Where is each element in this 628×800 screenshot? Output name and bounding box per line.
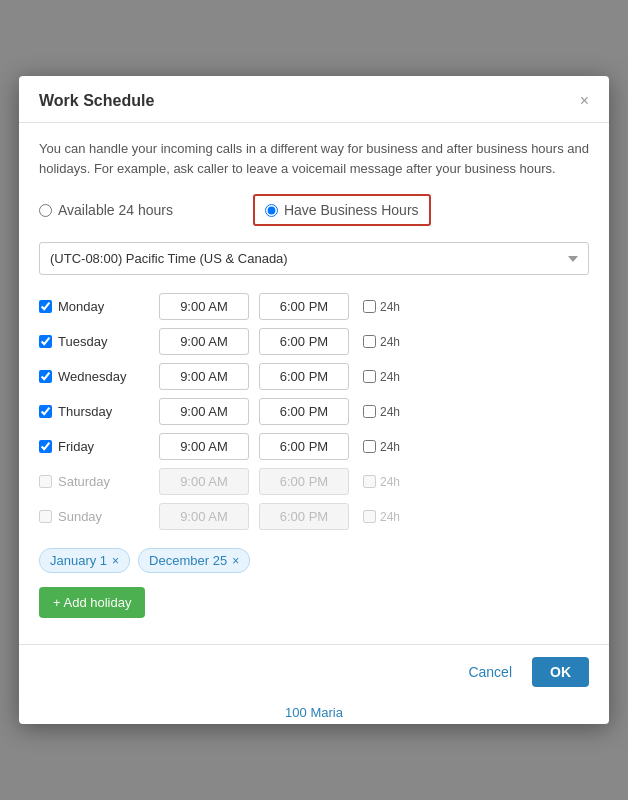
day-name-wednesday: Wednesday (58, 369, 126, 384)
modal-body: You can handle your incoming calls in a … (19, 123, 609, 644)
day-row: Friday 24h (39, 433, 589, 460)
holiday-label: January 1 (50, 553, 107, 568)
24h-checkbox-tuesday[interactable] (363, 335, 376, 348)
modal-header: Work Schedule × (19, 76, 609, 123)
radio-available-24h-input[interactable] (39, 204, 52, 217)
end-time-monday[interactable] (259, 293, 349, 320)
day-row: Thursday 24h (39, 398, 589, 425)
24h-label-saturday: 24h (363, 475, 400, 489)
start-time-wednesday[interactable] (159, 363, 249, 390)
24h-text: 24h (380, 300, 400, 314)
day-label-wednesday[interactable]: Wednesday (39, 369, 149, 384)
day-checkbox-saturday (39, 475, 52, 488)
cancel-button[interactable]: Cancel (458, 658, 522, 686)
start-time-monday[interactable] (159, 293, 249, 320)
modal-overlay: Work Schedule × You can handle your inco… (0, 0, 628, 800)
day-checkbox-wednesday[interactable] (39, 370, 52, 383)
radio-business-hours[interactable]: Have Business Hours (253, 194, 431, 226)
holiday-tag: December 25 × (138, 548, 250, 573)
timezone-select[interactable]: (UTC-08:00) Pacific Time (US & Canada) (39, 242, 589, 275)
start-time-friday[interactable] (159, 433, 249, 460)
day-name-tuesday: Tuesday (58, 334, 107, 349)
day-label-thursday[interactable]: Thursday (39, 404, 149, 419)
work-schedule-modal: Work Schedule × You can handle your inco… (19, 76, 609, 724)
radio-available-24h-label: Available 24 hours (58, 202, 173, 218)
24h-text: 24h (380, 510, 400, 524)
radio-available-24h[interactable]: Available 24 hours (39, 202, 173, 218)
close-button[interactable]: × (580, 93, 589, 109)
24h-label-friday[interactable]: 24h (363, 440, 400, 454)
24h-checkbox-sunday (363, 510, 376, 523)
radio-business-hours-label: Have Business Hours (284, 202, 419, 218)
24h-checkbox-thursday[interactable] (363, 405, 376, 418)
day-name-sunday: Sunday (58, 509, 102, 524)
radio-row: Available 24 hours Have Business Hours (39, 194, 589, 226)
day-checkbox-tuesday[interactable] (39, 335, 52, 348)
24h-text: 24h (380, 475, 400, 489)
day-row: Wednesday 24h (39, 363, 589, 390)
day-label-friday[interactable]: Friday (39, 439, 149, 454)
24h-text: 24h (380, 440, 400, 454)
day-label-sunday: Sunday (39, 509, 149, 524)
24h-label-tuesday[interactable]: 24h (363, 335, 400, 349)
24h-text: 24h (380, 335, 400, 349)
modal-footer: Cancel OK (19, 644, 609, 699)
holiday-remove-button[interactable]: × (112, 555, 119, 567)
day-name-saturday: Saturday (58, 474, 110, 489)
end-time-friday[interactable] (259, 433, 349, 460)
day-row: Tuesday 24h (39, 328, 589, 355)
description-text: You can handle your incoming calls in a … (39, 139, 589, 178)
24h-label-sunday: 24h (363, 510, 400, 524)
end-time-sunday (259, 503, 349, 530)
start-time-sunday (159, 503, 249, 530)
24h-label-thursday[interactable]: 24h (363, 405, 400, 419)
day-label-monday[interactable]: Monday (39, 299, 149, 314)
ok-button[interactable]: OK (532, 657, 589, 687)
start-time-tuesday[interactable] (159, 328, 249, 355)
day-checkbox-monday[interactable] (39, 300, 52, 313)
bottom-hint: 100 Maria (19, 699, 609, 724)
24h-text: 24h (380, 405, 400, 419)
24h-checkbox-monday[interactable] (363, 300, 376, 313)
end-time-saturday (259, 468, 349, 495)
day-row: Sunday 24h (39, 503, 589, 530)
add-holiday-button[interactable]: + Add holiday (39, 587, 145, 618)
24h-label-wednesday[interactable]: 24h (363, 370, 400, 384)
day-name-friday: Friday (58, 439, 94, 454)
radio-business-hours-input[interactable] (265, 204, 278, 217)
24h-checkbox-friday[interactable] (363, 440, 376, 453)
holiday-label: December 25 (149, 553, 227, 568)
day-checkbox-thursday[interactable] (39, 405, 52, 418)
holiday-tag: January 1 × (39, 548, 130, 573)
day-checkbox-friday[interactable] (39, 440, 52, 453)
end-time-thursday[interactable] (259, 398, 349, 425)
day-row: Saturday 24h (39, 468, 589, 495)
day-label-tuesday[interactable]: Tuesday (39, 334, 149, 349)
start-time-saturday (159, 468, 249, 495)
24h-label-monday[interactable]: 24h (363, 300, 400, 314)
day-label-saturday: Saturday (39, 474, 149, 489)
days-grid: Monday 24h Tuesday 24h Wednesday (39, 293, 589, 530)
day-name-monday: Monday (58, 299, 104, 314)
holiday-remove-button[interactable]: × (232, 555, 239, 567)
end-time-tuesday[interactable] (259, 328, 349, 355)
24h-text: 24h (380, 370, 400, 384)
24h-checkbox-saturday (363, 475, 376, 488)
day-row: Monday 24h (39, 293, 589, 320)
holidays-row: January 1 × December 25 × (39, 548, 589, 573)
start-time-thursday[interactable] (159, 398, 249, 425)
24h-checkbox-wednesday[interactable] (363, 370, 376, 383)
day-name-thursday: Thursday (58, 404, 112, 419)
modal-title: Work Schedule (39, 92, 154, 110)
end-time-wednesday[interactable] (259, 363, 349, 390)
day-checkbox-sunday (39, 510, 52, 523)
